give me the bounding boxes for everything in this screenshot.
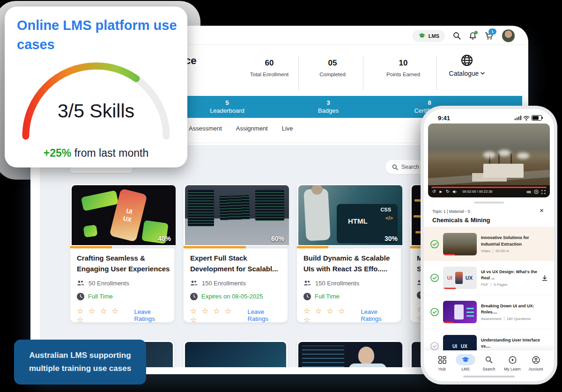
nav-item-lms[interactable]: LMS xyxy=(455,354,476,371)
stat-label: Total Enrollment xyxy=(239,72,300,77)
progress-bar xyxy=(70,246,174,248)
search-label: Search xyxy=(401,164,419,170)
divider xyxy=(298,56,299,90)
gauge-delta: +25% from last month xyxy=(5,147,187,160)
progress-fill xyxy=(297,246,328,248)
catalogue-label: Catalogue xyxy=(449,70,479,77)
progress-badge: 30% xyxy=(385,235,398,242)
stat-value: 05 xyxy=(302,58,363,68)
progress-fill xyxy=(70,246,112,248)
wifi-icon xyxy=(523,116,530,121)
hd-icon[interactable]: HD xyxy=(527,190,531,194)
list-item[interactable]: Innovative Solutions for Industrial Extr… xyxy=(424,227,554,261)
rotate-icon[interactable]: ↻ xyxy=(446,189,450,194)
rating-row: ☆ ☆ ☆ ☆ ☆ Leave Ratings xyxy=(190,306,284,324)
lms-logo-pill[interactable]: LMS xyxy=(413,30,445,42)
leave-ratings-link[interactable]: Leave Ratings xyxy=(134,308,170,322)
material-meta: Assessment180 Questions xyxy=(481,317,547,321)
graduation-cap-icon xyxy=(461,356,470,363)
tab-assignment[interactable]: Assignment xyxy=(236,125,268,132)
home-indicator[interactable] xyxy=(463,376,515,377)
material-thumbnail: UIUX xyxy=(443,267,477,289)
close-icon[interactable]: × xyxy=(540,206,544,214)
gauge-value: 3/5 Skills xyxy=(5,100,187,122)
catalogue-dropdown[interactable]: Catalogue xyxy=(436,54,497,78)
course-card[interactable]: HTMLCSS</> 30% Build Dynamic & ScalableU… xyxy=(297,184,401,322)
enrollments-row: 150 Enrollments xyxy=(190,280,284,287)
duration-label: Expires on 08-05-2025 xyxy=(201,293,263,300)
enrollments-row: 50 Enrollments xyxy=(77,280,170,287)
video-progress-bar[interactable] xyxy=(431,187,547,188)
skills-gauge xyxy=(13,53,179,143)
nav-item-my-learn[interactable]: My Learn xyxy=(502,354,523,371)
badges-counter[interactable]: 3 Badges xyxy=(288,99,368,114)
autoplay-icon[interactable] xyxy=(534,189,539,194)
cart-badge: 1 xyxy=(488,29,496,35)
material-title: UI vs UX Design: What's the Real ... xyxy=(481,269,538,281)
chevron-down-icon xyxy=(481,72,485,75)
clock-icon xyxy=(190,293,198,300)
breadcrumb: Topic 1 | Material - 5 xyxy=(432,209,470,214)
video-progress-fill xyxy=(431,187,547,188)
list-item[interactable]: Breaking Down UI and UX: Roles.... Asses… xyxy=(424,295,554,329)
duration-label: Full Time xyxy=(315,293,340,300)
signal-icon xyxy=(515,116,522,120)
play-icon[interactable]: ▶ xyxy=(440,190,442,193)
leave-ratings-link[interactable]: Leave Ratings xyxy=(248,308,284,322)
star-rating[interactable]: ☆ ☆ ☆ ☆ ☆ xyxy=(77,306,128,324)
course-card[interactable] xyxy=(184,341,288,367)
graduation-cap-icon xyxy=(418,33,426,39)
sheet-drag-handle[interactable] xyxy=(474,202,504,203)
list-item[interactable]: UIUX UI vs UX Design: What's the Real ..… xyxy=(424,261,554,295)
download-icon[interactable] xyxy=(542,275,547,281)
video-controls: ↺ ▶ ↻ 00:02:00 / 00:22:30 HD xyxy=(428,185,550,197)
user-avatar[interactable] xyxy=(502,29,515,43)
progress-badge: 60% xyxy=(271,235,284,242)
enrollments-label: 50 Enrollments xyxy=(89,280,129,287)
video-player[interactable]: ↺ ▶ ↻ 00:02:00 / 00:22:30 HD xyxy=(428,123,550,197)
rating-row: ☆ ☆ ☆ ☆ ☆ Leave Ratings xyxy=(77,306,170,324)
cart-icon[interactable]: 1 xyxy=(485,32,494,40)
material-title: Innovative Solutions for Industrial Extr… xyxy=(481,235,547,247)
skills-gauge-card: Online LMS platform usecases 3/5 Skills … xyxy=(5,7,187,167)
course-image xyxy=(298,342,402,367)
divider xyxy=(363,56,363,90)
check-circle-icon xyxy=(430,240,439,248)
play-circle-icon xyxy=(509,356,517,364)
material-thumbnail xyxy=(443,233,477,255)
leaderboard-counter[interactable]: 5 Leaderboard xyxy=(187,99,267,114)
course-image: HTMLCSS</> 30% xyxy=(298,185,402,245)
course-card[interactable]: UIUX 40% Crafting Seamless &Engaging Use… xyxy=(70,184,174,322)
course-title: Expert Full StackDevelopment for Scalabl… xyxy=(190,253,284,275)
course-card[interactable] xyxy=(297,341,401,367)
fullscreen-icon[interactable] xyxy=(541,190,546,194)
material-meta: PDF5 Pages xyxy=(481,283,538,287)
notifications-bell-icon[interactable] xyxy=(469,32,477,40)
stat-completed: 05 Completed xyxy=(302,58,363,77)
people-icon xyxy=(303,280,311,286)
enrollments-label: 150 Enrollments xyxy=(202,280,246,287)
tab-assessment[interactable]: Assessment xyxy=(189,125,222,132)
topic-title: Chemicals & Mining xyxy=(432,217,490,224)
stat-value: 60 xyxy=(239,58,300,68)
volume-icon[interactable] xyxy=(453,190,457,194)
stat-total-enrollment: 60 Total Enrollment xyxy=(239,58,300,77)
course-card[interactable]: 60% Expert Full StackDevelopment for Sca… xyxy=(184,184,288,322)
nav-item-account[interactable]: Account xyxy=(525,354,547,371)
check-circle-icon xyxy=(430,342,439,350)
tab-live[interactable]: Live xyxy=(282,125,293,132)
progress-fill xyxy=(184,246,246,248)
replay-icon[interactable]: ↺ xyxy=(432,189,436,194)
overlay-title: Online LMS platform usecases xyxy=(17,16,177,54)
person-circle-icon xyxy=(532,356,540,364)
nav-item-hub[interactable]: Hub xyxy=(431,354,453,371)
search-icon[interactable] xyxy=(453,32,461,40)
progress-badge: 40% xyxy=(158,235,171,242)
material-meta: Video02:00 m xyxy=(481,249,547,253)
star-rating[interactable]: ☆ ☆ ☆ ☆ ☆ xyxy=(303,306,355,324)
duration-row: Full Time xyxy=(303,293,397,300)
star-rating[interactable]: ☆ ☆ ☆ ☆ ☆ xyxy=(190,306,241,324)
leave-ratings-link[interactable]: Leave Ratings xyxy=(361,308,397,322)
people-icon xyxy=(77,280,85,286)
nav-item-search[interactable]: Search xyxy=(478,354,500,371)
